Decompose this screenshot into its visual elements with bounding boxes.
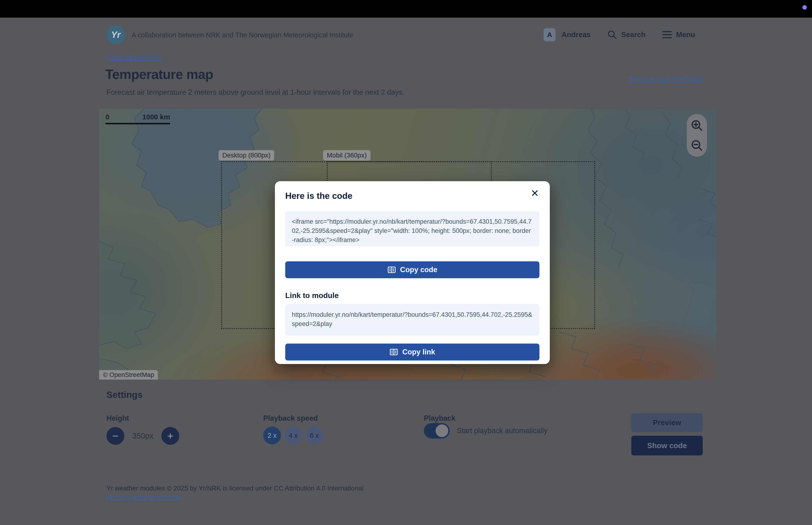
- about-modules-link[interactable]: About Yr weather modules: [106, 494, 181, 501]
- module-url-text: https://moduler.yr.no/nb/kart/temperatur…: [292, 310, 533, 329]
- scale-end-label: 1000 km: [142, 113, 170, 121]
- zoom-in-button[interactable]: [689, 117, 705, 134]
- show-all-modules-link[interactable]: Show all modules: [106, 54, 162, 62]
- copy-code-label: Copy code: [400, 266, 437, 274]
- scale-bar: [106, 123, 170, 124]
- map-scale: 0 1000 km: [106, 113, 170, 124]
- yr-modules-page: Yr A collaboration between NRK and The N…: [0, 0, 812, 525]
- zoom-out-icon: [690, 139, 703, 152]
- hamburger-icon: [662, 31, 672, 39]
- link-to-module-heading: Link to module: [285, 291, 339, 300]
- scale-start-label: 0: [106, 113, 109, 121]
- zoom-out-button[interactable]: [689, 137, 705, 154]
- map-zoom-controls: [687, 114, 707, 157]
- recording-indicator-dot: [802, 5, 807, 10]
- autoplay-label: Start playback automatically: [457, 426, 548, 435]
- zoom-in-icon: [690, 119, 703, 132]
- module-url-box[interactable]: https://moduler.yr.no/nb/kart/temperatur…: [285, 304, 539, 335]
- show-code-button[interactable]: Show code: [631, 436, 703, 455]
- modal-title: Here is the code: [285, 191, 352, 201]
- embed-code-box[interactable]: <iframe src="https://moduler.yr.no/nb/ka…: [285, 211, 539, 246]
- settings-heading: Settings: [106, 390, 143, 400]
- code-modal: Here is the code ✕ <iframe src="https://…: [275, 181, 550, 364]
- embed-code-text: <iframe src="https://moduler.yr.no/nb/ka…: [292, 217, 533, 245]
- height-stepper: − 350px +: [106, 427, 179, 445]
- search-button[interactable]: Search: [607, 30, 645, 40]
- feedback-link[interactable]: Send us your feedback: [628, 75, 703, 83]
- autoplay-toggle[interactable]: [424, 423, 450, 438]
- toggle-knob: [435, 424, 448, 437]
- copy-link-button[interactable]: Copy link: [285, 344, 539, 360]
- user-name[interactable]: Andreas: [562, 31, 591, 39]
- yr-logo[interactable]: Yr: [106, 25, 125, 44]
- user-avatar[interactable]: A: [544, 28, 555, 41]
- autoplay-row: Start playback automatically: [424, 423, 548, 438]
- page-title: Temperature map: [105, 66, 213, 82]
- height-decrease-button[interactable]: −: [106, 427, 124, 445]
- speed-4x-chip[interactable]: 4 x: [284, 426, 302, 445]
- copy-icon: [387, 266, 396, 273]
- speed-6x-chip[interactable]: 6 x: [305, 426, 323, 445]
- speed-2x-chip[interactable]: 2 x: [263, 426, 281, 445]
- playback-speed-chips: 2 x 4 x 6 x: [263, 426, 323, 445]
- close-icon[interactable]: ✕: [530, 188, 540, 198]
- preview-button[interactable]: Preview: [631, 413, 703, 432]
- page-subtitle: Forecast air temperature 2 meters above …: [106, 88, 404, 96]
- playback-speed-label: Playback speed: [263, 414, 318, 422]
- mobile-size-label: Mobil (360px): [323, 150, 370, 161]
- collaboration-text: A collaboration between NRK and The Norw…: [132, 31, 353, 39]
- header-right: A Andreas Search Menu: [544, 28, 695, 42]
- search-label: Search: [621, 31, 645, 39]
- copy-code-button[interactable]: Copy code: [285, 261, 539, 278]
- playback-label: Playback: [424, 414, 455, 422]
- license-text: Yr weather modules © 2025 by Yr/NRK is l…: [106, 484, 364, 492]
- copy-icon: [389, 348, 398, 356]
- desktop-size-label: Desktop (800px): [218, 150, 274, 161]
- map-attribution[interactable]: © OpenStreetMap: [99, 370, 158, 379]
- height-increase-button[interactable]: +: [162, 427, 179, 445]
- height-label: Height: [106, 414, 129, 422]
- window-top-bar: [0, 0, 812, 18]
- menu-label: Menu: [676, 31, 695, 39]
- copy-link-label: Copy link: [402, 348, 435, 356]
- menu-button[interactable]: Menu: [662, 31, 695, 39]
- height-value: 350px: [132, 432, 153, 440]
- search-icon: [607, 30, 617, 40]
